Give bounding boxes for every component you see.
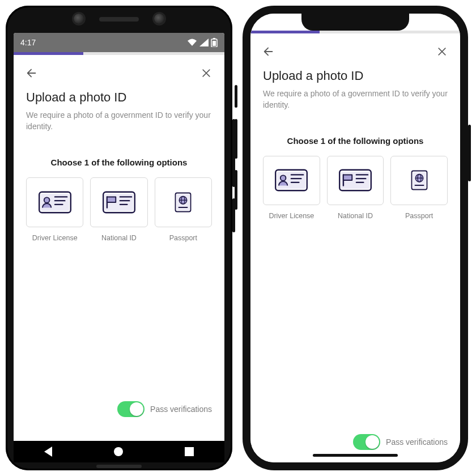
option-card [155,177,212,227]
camera-left [74,14,84,24]
close-button[interactable] [434,44,450,60]
cellular-icon [199,39,209,46]
svg-rect-31 [343,175,352,181]
android-device-frame: 4:17 Upload a photo ID We require a phot… [6,6,232,470]
arrow-left-icon [26,67,38,79]
content-area: Upload a photo ID We require a photo of … [250,64,460,462]
iphone-notch [301,14,409,31]
toggle-knob [130,402,143,416]
status-time: 4:17 [20,38,36,47]
driver-license-icon [37,189,73,215]
option-national-id[interactable]: National ID [327,156,384,220]
option-label: Driver License [269,212,314,220]
option-card [390,156,448,206]
close-icon [436,46,448,57]
svg-rect-12 [107,197,116,202]
toggle-label: Pass verifications [386,437,448,447]
svg-point-5 [44,197,49,203]
svg-rect-1 [213,38,215,39]
back-button[interactable] [261,44,277,60]
nav-home-icon[interactable] [114,447,123,456]
passport-icon [406,164,433,196]
page-title: Upload a photo ID [26,90,212,105]
option-label: National ID [101,234,137,242]
option-national-id[interactable]: National ID [90,177,147,242]
national-id-icon [338,167,373,193]
iphone-home-indicator[interactable] [313,454,398,457]
content-area: Upload a photo ID We require a photo of … [14,86,224,441]
pass-verifications-row: Pass verifications [353,434,448,450]
options-row: Driver License Nat [26,177,212,242]
chin-grille [96,465,142,468]
toggle-knob [366,435,379,449]
iphone-mute-switch [235,85,237,108]
pass-verifications-toggle[interactable] [117,401,144,417]
iphone-volume-up [235,119,237,159]
svg-rect-2 [212,41,216,46]
option-card [26,177,83,227]
pass-verifications-row: Pass verifications [117,401,212,417]
pass-verifications-toggle[interactable] [353,434,380,450]
nav-recent-icon[interactable] [185,447,194,456]
android-screen: 4:17 Upload a photo ID We require a phot… [14,33,224,441]
close-button[interactable] [198,65,214,81]
iphone-screen: Upload a photo ID We require a photo of … [250,14,460,462]
driver-license-icon [274,167,309,193]
option-passport[interactable]: Passport [155,177,212,242]
page-subtitle: We require a photo of a government ID to… [26,109,212,133]
camera-right [154,14,164,24]
option-passport[interactable]: Passport [390,156,448,220]
progress-bar [14,52,224,55]
nav-back-icon[interactable] [44,447,52,457]
speaker-grille [99,17,139,22]
options-row: Driver License Nat [263,156,448,220]
choose-label: Choose 1 of the following options [26,158,212,167]
status-icons [187,38,218,47]
progress-fill [14,52,83,55]
battery-icon [211,38,218,47]
back-button[interactable] [24,65,40,81]
page-title: Upload a photo ID [263,69,448,83]
top-bar [14,55,224,86]
option-card [263,156,320,206]
top-bar [250,33,460,64]
option-driver-license[interactable]: Driver License [26,177,83,242]
wifi-icon [187,39,197,46]
page-subtitle: We require a photo of a government ID to… [263,88,448,111]
option-driver-license[interactable]: Driver License [263,156,320,220]
iphone-side-button [468,125,471,181]
option-label: Passport [169,234,197,242]
option-label: National ID [338,212,373,220]
option-label: Driver License [32,234,78,242]
passport-icon [169,186,197,218]
national-id-icon [101,189,137,215]
close-icon [201,67,212,79]
android-nav-bar [14,441,224,462]
iphone-device-frame: Upload a photo ID We require a photo of … [243,6,468,470]
option-label: Passport [405,212,433,220]
option-card [327,156,384,206]
iphone-volume-down [235,170,237,210]
svg-point-24 [280,176,286,181]
option-card [90,177,147,227]
toggle-label: Pass verifications [150,405,212,414]
choose-label: Choose 1 of the following options [263,136,448,146]
android-status-bar: 4:17 [14,33,224,52]
arrow-left-icon [262,45,275,58]
